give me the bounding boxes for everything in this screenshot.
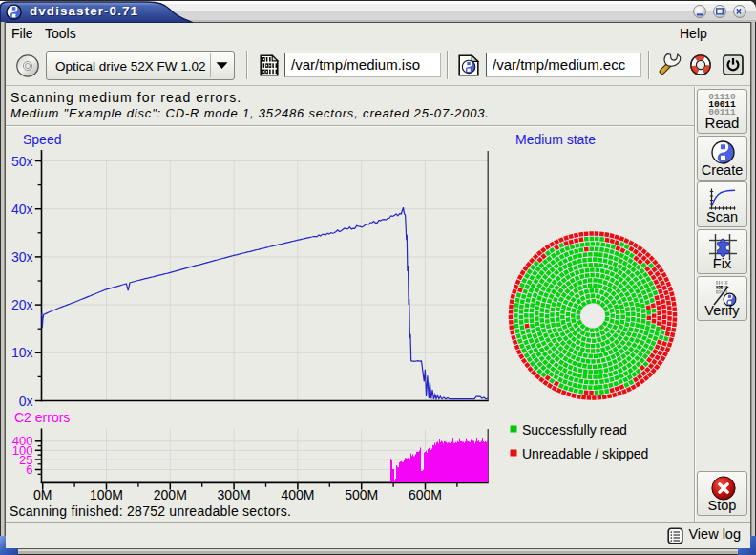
svg-text:C2 errors: C2 errors <box>14 410 70 425</box>
svg-text:20x: 20x <box>11 297 33 312</box>
svg-text:0x: 0x <box>19 394 33 409</box>
svg-text:30x: 30x <box>11 249 33 265</box>
svg-text:100M: 100M <box>90 487 123 502</box>
svg-text:Medium state: Medium state <box>515 132 596 147</box>
svg-text:6: 6 <box>26 462 32 477</box>
svg-text:Speed: Speed <box>23 132 61 147</box>
svg-text:600M: 600M <box>409 487 442 502</box>
svg-text:50x: 50x <box>11 154 33 169</box>
svg-text:400M: 400M <box>281 487 314 502</box>
svg-text:500M: 500M <box>345 487 378 502</box>
svg-text:40x: 40x <box>11 202 33 217</box>
svg-text:Scanning finished: 28752 unrea: Scanning finished: 28752 unreadable sect… <box>10 503 291 519</box>
svg-text:Unreadable / skipped: Unreadable / skipped <box>522 446 648 461</box>
svg-text:10x: 10x <box>11 345 33 360</box>
svg-text:0M: 0M <box>33 487 52 502</box>
svg-text:300M: 300M <box>218 487 251 502</box>
svg-text:Successfully read: Successfully read <box>522 422 627 438</box>
svg-text:200M: 200M <box>154 487 187 502</box>
